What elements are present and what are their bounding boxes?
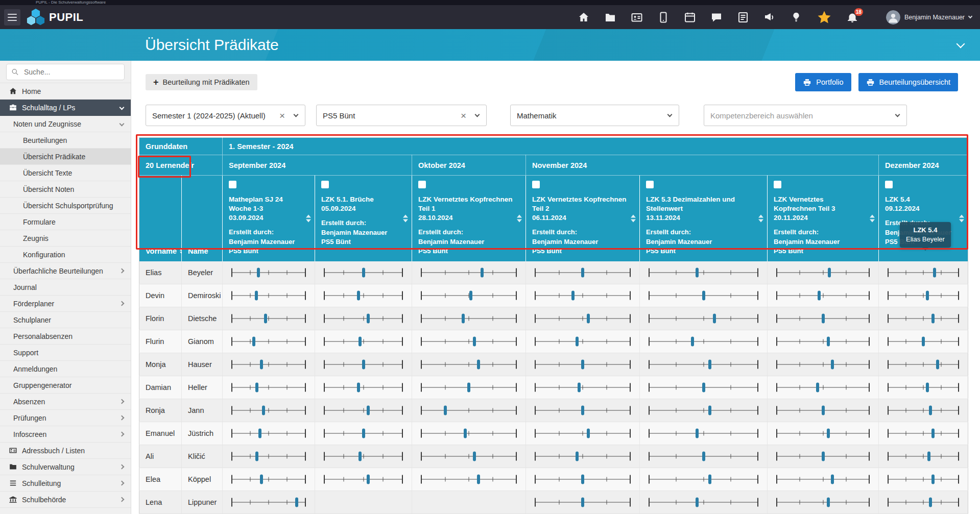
clear-icon[interactable]: × <box>456 111 471 120</box>
sidebar-item[interactable]: Schulbehörde <box>0 492 131 508</box>
column-checkbox[interactable] <box>418 181 426 188</box>
grade-slider[interactable] <box>324 405 402 416</box>
grade-marker[interactable] <box>929 406 932 415</box>
sidebar-item[interactable]: Home <box>0 83 131 100</box>
assessment-column-header[interactable]: Matheplan SJ 24 Woche 1-303.09.2024Erste… <box>223 176 315 261</box>
grade-marker[interactable] <box>362 267 365 277</box>
grade-marker[interactable] <box>367 475 370 484</box>
notifications-bell-icon[interactable]: 18 <box>846 11 858 23</box>
grade-slider[interactable] <box>232 497 305 508</box>
grade-slider[interactable] <box>777 290 869 301</box>
grade-marker[interactable] <box>262 406 265 415</box>
sidebar-item[interactable]: Schulleitung <box>0 475 131 492</box>
assessment-column-header[interactable]: LZK Vernetztes Kopfrechnen Teil 320.11.2… <box>768 176 879 261</box>
favorites-star-icon[interactable] <box>817 10 832 25</box>
idea-icon[interactable] <box>790 11 802 23</box>
device-icon[interactable] <box>657 11 670 23</box>
grade-marker[interactable] <box>258 429 261 438</box>
grade-marker[interactable] <box>444 406 447 415</box>
grade-slider[interactable] <box>888 313 959 324</box>
column-checkbox[interactable] <box>646 181 654 188</box>
grade-marker[interactable] <box>252 337 255 347</box>
grade-slider[interactable] <box>232 336 305 347</box>
grade-marker[interactable] <box>708 406 711 415</box>
grade-marker[interactable] <box>822 406 825 415</box>
grade-slider[interactable] <box>421 313 516 324</box>
grade-marker[interactable] <box>581 267 584 277</box>
grade-marker[interactable] <box>926 383 929 393</box>
grade-marker[interactable] <box>362 360 365 370</box>
grade-slider[interactable] <box>535 359 630 370</box>
sidebar-item[interactable]: Übersicht Texte <box>0 165 131 181</box>
grade-marker[interactable] <box>931 429 935 438</box>
collapse-chevron-icon[interactable] <box>957 40 965 48</box>
sort-icon[interactable] <box>517 214 522 222</box>
grade-marker[interactable] <box>260 475 263 484</box>
grade-slider[interactable] <box>421 336 516 347</box>
grade-marker[interactable] <box>578 383 581 393</box>
grade-marker[interactable] <box>462 314 465 324</box>
grade-slider[interactable] <box>324 451 402 462</box>
grade-slider[interactable] <box>324 474 402 485</box>
files-icon[interactable] <box>604 11 616 23</box>
grade-slider[interactable] <box>777 267 869 278</box>
grade-marker[interactable] <box>260 360 263 370</box>
grade-marker[interactable] <box>822 452 825 461</box>
sidebar-item[interactable]: Zeugnis <box>0 230 131 247</box>
grade-marker[interactable] <box>481 267 484 277</box>
sidebar-item[interactable]: Schulplaner <box>0 312 131 328</box>
grade-slider[interactable] <box>324 267 402 278</box>
grade-slider[interactable] <box>777 405 869 416</box>
grade-marker[interactable] <box>367 314 370 324</box>
grade-slider[interactable] <box>649 290 758 301</box>
sidebar-item[interactable]: Formulare <box>0 214 131 230</box>
grade-marker[interactable] <box>576 452 579 461</box>
grade-slider[interactable] <box>324 290 402 301</box>
grade-marker[interactable] <box>708 475 711 484</box>
grade-slider[interactable] <box>535 497 630 508</box>
grade-slider[interactable] <box>324 428 402 439</box>
grade-slider[interactable] <box>535 336 630 347</box>
grade-marker[interactable] <box>255 452 258 461</box>
assessment-overview-button[interactable]: Beurteilungsübersicht <box>858 73 958 91</box>
grade-marker[interactable] <box>827 337 830 347</box>
grade-slider[interactable] <box>649 405 758 416</box>
grade-slider[interactable] <box>232 405 305 416</box>
grade-slider[interactable] <box>888 382 959 393</box>
sidebar-item[interactable]: Gruppengenerator <box>0 377 131 394</box>
grade-slider[interactable] <box>888 336 959 347</box>
grade-slider[interactable] <box>888 290 959 301</box>
grade-slider[interactable] <box>649 474 758 485</box>
column-checkbox[interactable] <box>229 181 236 188</box>
grade-slider[interactable] <box>649 497 758 508</box>
grade-marker[interactable] <box>257 267 260 277</box>
grade-slider[interactable] <box>324 336 402 347</box>
grade-slider[interactable] <box>649 267 758 278</box>
grade-marker[interactable] <box>702 383 705 393</box>
grade-marker[interactable] <box>255 383 258 393</box>
column-checkbox[interactable] <box>885 181 893 188</box>
grade-slider[interactable] <box>232 290 305 301</box>
grade-slider[interactable] <box>888 474 959 485</box>
add-assessment-button[interactable]: + Beurteilung mit Prädikaten <box>146 74 257 90</box>
clear-icon[interactable]: × <box>274 111 290 120</box>
sort-icon[interactable] <box>758 214 763 222</box>
grade-slider[interactable] <box>777 451 869 462</box>
grade-marker[interactable] <box>922 337 925 347</box>
sidebar-item[interactable]: Noten und Zeugnisse <box>0 116 131 132</box>
grade-slider[interactable] <box>535 474 630 485</box>
assessment-column-header[interactable]: LZK 5.3 Dezimalzahlen und Stellenwert13.… <box>640 176 768 261</box>
grade-slider[interactable] <box>777 336 869 347</box>
sidebar-item[interactable]: Personalabsenzen <box>0 328 131 345</box>
column-checkbox[interactable] <box>774 181 781 188</box>
grade-slider[interactable] <box>421 405 516 416</box>
grade-marker[interactable] <box>587 314 590 324</box>
grade-marker[interactable] <box>831 475 834 484</box>
grade-marker[interactable] <box>357 291 360 301</box>
app-logo[interactable]: PUPIL <box>27 8 83 27</box>
sidebar-item[interactable]: Übersicht Noten <box>0 181 131 198</box>
grade-marker[interactable] <box>255 291 258 301</box>
grade-marker[interactable] <box>827 429 830 438</box>
grade-marker[interactable] <box>828 267 831 277</box>
grade-slider[interactable] <box>232 313 305 324</box>
